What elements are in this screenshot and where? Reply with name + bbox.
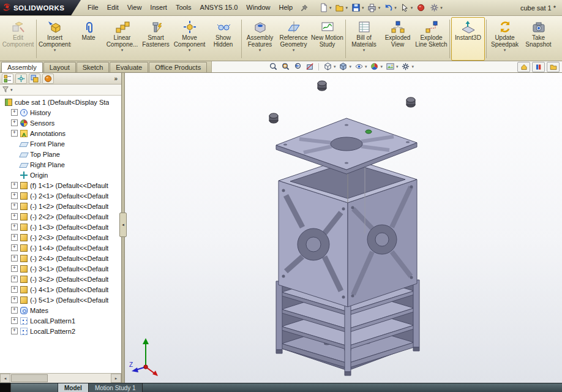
expand-icon[interactable]: + [11, 182, 18, 189]
dropdown-arrow-icon[interactable]: ▾ [346, 6, 348, 10]
panel-overflow-button[interactable]: » [112, 75, 119, 82]
ribbon-button-smart-fasteners[interactable]: Smart Fasteners [139, 17, 173, 61]
cubesat-model-svg[interactable] [125, 73, 562, 383]
tree-item-5-1[interactable]: +(-) 5<1> (Default<<Default [0, 295, 121, 305]
displaymanager-tab[interactable] [42, 74, 54, 84]
ribbon-button-exploded-view[interactable]: Exploded View [381, 17, 414, 61]
tree-item-annotations[interactable]: +Annotations [0, 128, 121, 138]
ribbon-button-update-speedpak[interactable]: Update Speedpak ▾ [488, 17, 522, 61]
menu-pin-icon[interactable] [299, 3, 309, 13]
expand-icon[interactable]: + [11, 286, 18, 293]
tree-item-mates[interactable]: +Mates [0, 305, 121, 315]
expand-icon[interactable]: + [11, 328, 18, 334]
menu-file[interactable]: File [83, 0, 103, 15]
tab-sketch[interactable]: Sketch [77, 62, 110, 72]
splitter-corner[interactable] [0, 383, 11, 392]
tab-office-products[interactable]: Office Products [149, 62, 207, 72]
print-button[interactable] [367, 2, 378, 13]
ribbon-button-bill-of-materials[interactable]: Bill of Materials ▾ [347, 17, 381, 61]
ribbon-button-insert-components[interactable]: Insert Components ▾ [38, 17, 72, 61]
expand-icon[interactable]: + [11, 255, 18, 262]
options-button[interactable] [429, 2, 440, 13]
zoom-to-fit-icon[interactable] [268, 62, 279, 71]
ribbon-button-assembly-features[interactable]: Assembly Features ▾ [243, 17, 277, 61]
solidworks-resources-icon[interactable] [517, 62, 530, 72]
tab-layout[interactable]: Layout [43, 62, 76, 72]
menu-edit[interactable]: Edit [103, 0, 123, 15]
tree-item-3-2[interactable]: +(-) 3<2> (Default<<Default [0, 274, 121, 284]
tree-item-top-plane[interactable]: Top Plane [0, 149, 121, 159]
expand-icon[interactable]: + [11, 203, 18, 209]
ribbon-button-reference-geometry[interactable]: Reference Geometry ▾ [277, 17, 310, 61]
menu-insert[interactable]: Insert [146, 0, 171, 15]
hide-show-items-icon[interactable] [353, 62, 364, 71]
ribbon-button-explode-line-sketch[interactable]: Explode Line Sketch [414, 17, 448, 61]
tree-item-history[interactable]: +History [0, 107, 121, 118]
scroll-left-button[interactable]: ◂ [0, 374, 10, 383]
tree-item-root-assembly[interactable]: cube sat 1 (Default<Display Sta [0, 97, 121, 107]
expand-icon[interactable]: + [11, 109, 18, 116]
dropdown-arrow-icon[interactable]: ▾ [362, 6, 364, 10]
tree-item-1-3[interactable]: +(-) 1<3> (Default<<Default [0, 222, 121, 232]
ribbon-button-new-motion-study[interactable]: New Motion Study [310, 17, 344, 61]
tree-item-1-1[interactable]: +(f) 1<1> (Default<<Default [0, 180, 121, 190]
scrollbar-thumb[interactable] [11, 374, 48, 382]
tree-item-1-2[interactable]: +(-) 1<2> (Default<<Default [0, 201, 121, 211]
edit-color-button[interactable] [415, 2, 426, 13]
ribbon-button-take-snapshot[interactable]: Take Snapshot [522, 17, 555, 61]
dropdown-arrow-icon[interactable]: ▾ [411, 6, 413, 10]
panel-collapse-handle[interactable]: ◂ [119, 213, 127, 237]
section-view-icon[interactable] [304, 62, 315, 71]
apply-scene-icon[interactable] [384, 62, 395, 71]
tree-item-2-1[interactable]: +(-) 2<1> (Default<<Default [0, 190, 121, 201]
ribbon-button-mate[interactable]: Mate [72, 17, 105, 61]
edit-appearance-icon[interactable] [369, 62, 380, 71]
file-explorer-icon[interactable] [547, 62, 560, 72]
expand-icon[interactable]: + [11, 307, 18, 314]
undo-button[interactable] [383, 2, 394, 13]
tab-motion-study-1[interactable]: Motion Study 1 [89, 383, 143, 392]
ribbon-button-linear-component-pattern[interactable]: Linear Compone... ▾ [105, 17, 139, 61]
tree-item-sensors[interactable]: +Sensors [0, 118, 121, 128]
dropdown-arrow-icon[interactable]: ▾ [381, 64, 383, 69]
expand-icon[interactable]: + [11, 192, 18, 199]
expand-icon[interactable]: + [11, 296, 18, 303]
featuremanager-tree-tab[interactable] [2, 74, 13, 84]
design-library-icon[interactable] [532, 62, 545, 72]
previous-view-icon[interactable] [292, 62, 303, 71]
graphics-area[interactable]: Z [125, 73, 562, 383]
menu-tools[interactable]: Tools [171, 0, 196, 15]
dropdown-arrow-icon[interactable]: ▾ [365, 64, 367, 69]
tree-item-right-plane[interactable]: Right Plane [0, 159, 121, 170]
dropdown-arrow-icon[interactable]: ▾ [394, 6, 397, 10]
tree-item-locallpattern2[interactable]: +LocalLPattern2 [0, 326, 121, 336]
expand-icon[interactable]: + [11, 213, 18, 220]
select-button[interactable] [399, 2, 410, 13]
view-settings-icon[interactable] [400, 62, 411, 71]
expand-icon[interactable]: + [11, 244, 18, 251]
tree-horizontal-scrollbar[interactable]: ◂ ▸ [0, 373, 121, 383]
expand-icon[interactable]: + [11, 276, 18, 282]
view-orientation-icon[interactable] [322, 62, 333, 71]
tree-item-2-4[interactable]: +(-) 2<4> (Default<<Default [0, 253, 121, 263]
filter-funnel-icon[interactable] [2, 86, 9, 94]
tree-item-2-2[interactable]: +(-) 2<2> (Default<<Default [0, 211, 121, 222]
tree-item-1-4[interactable]: +(-) 1<4> (Default<<Default [0, 243, 121, 253]
tree-item-front-plane[interactable]: Front Plane [0, 138, 121, 149]
expand-icon[interactable]: + [11, 119, 18, 126]
menu-window[interactable]: Window [242, 0, 274, 15]
propertymanager-tab[interactable] [15, 74, 27, 84]
configurationmanager-tab[interactable] [29, 74, 40, 84]
ribbon-button-edit-component[interactable]: Edit Component [1, 17, 35, 61]
tree-item-origin[interactable]: Origin [0, 170, 121, 180]
tab-assembly[interactable]: Assembly [1, 62, 43, 72]
tab-evaluate[interactable]: Evaluate [110, 62, 148, 72]
menu-view[interactable]: View [123, 0, 146, 15]
open-button[interactable] [334, 2, 345, 13]
dropdown-arrow-icon[interactable]: ▾ [440, 6, 443, 10]
expand-icon[interactable]: + [11, 265, 18, 272]
zoom-to-area-icon[interactable] [280, 62, 291, 71]
dropdown-arrow-icon[interactable]: ▾ [10, 88, 13, 92]
dropdown-arrow-icon[interactable]: ▾ [329, 6, 332, 10]
dropdown-arrow-icon[interactable]: ▾ [396, 64, 399, 69]
